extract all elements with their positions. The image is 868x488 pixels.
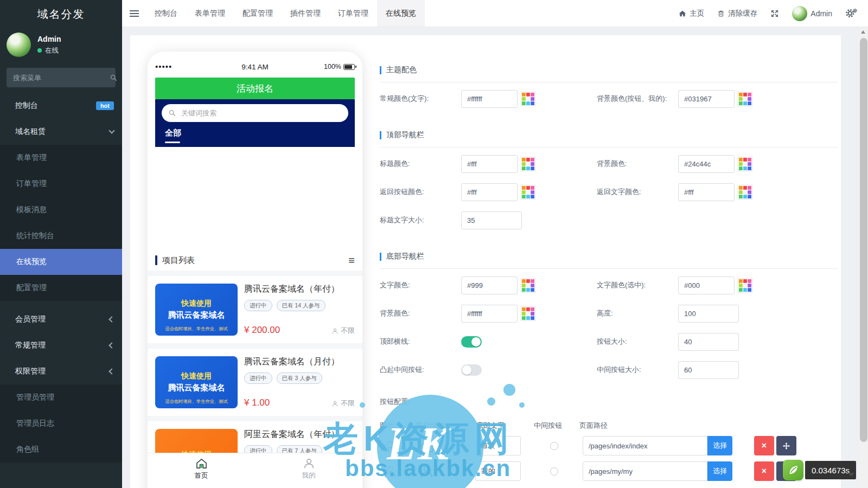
title-color-input[interactable] — [461, 155, 518, 173]
normal-text-color-input[interactable] — [461, 90, 518, 108]
sidebar-item-template-msg[interactable]: 模板消息 — [0, 197, 122, 223]
person-icon — [303, 457, 315, 470]
user-menu[interactable]: Admin — [792, 6, 832, 21]
col-header: 图片 — [380, 421, 416, 431]
button-size-input[interactable] — [678, 333, 739, 351]
item-thumbnail: 快速使用 腾讯云备案域名 适合临时项目、学生作业、测试 — [155, 284, 238, 336]
back-text-color-input[interactable] — [678, 183, 735, 201]
sidebar-item-general-mgmt[interactable]: 常规管理 — [0, 332, 122, 358]
tab-underline — [165, 142, 180, 143]
select-button[interactable]: 选择 — [707, 436, 732, 455]
field-label: 文字颜色: — [380, 280, 461, 291]
tab-text-input[interactable] — [475, 461, 521, 481]
thinkphp-leaf-icon[interactable] — [783, 460, 803, 480]
phone-search-input[interactable] — [180, 108, 342, 118]
tab-text-input[interactable] — [475, 436, 521, 455]
background-color-input[interactable] — [678, 90, 735, 108]
phone-tab-mine[interactable]: 我的 — [255, 453, 362, 488]
sidebar-item-admin-mgmt[interactable]: 管理员管理 — [0, 384, 122, 410]
item-title: 阿里云备案域名（年付） — [244, 429, 355, 440]
title-font-size-input[interactable] — [461, 211, 522, 229]
person-icon — [331, 400, 339, 407]
color-picker-icon[interactable] — [738, 157, 752, 171]
sidebar-submenu-permission: 管理员管理 管理员日志 角色组 — [0, 384, 122, 463]
list-item[interactable]: 快速使用 腾讯云备案域名 适合临时项目、学生作业、测试 腾讯云备案域名（月付） … — [148, 349, 362, 416]
phone-tab-home[interactable]: 首页 — [148, 453, 255, 488]
tab-console[interactable]: 控制台 — [146, 0, 186, 27]
raised-center-button-toggle[interactable] — [461, 364, 482, 376]
color-picker-icon[interactable] — [738, 92, 752, 106]
phone-header-title: 活动报名 — [155, 78, 355, 99]
sidebar-item-config-mgmt[interactable]: 配置管理 — [0, 275, 122, 301]
bottom-text-color-input[interactable] — [461, 277, 518, 294]
tab-image-icon[interactable] — [383, 464, 419, 479]
user-avatar[interactable] — [7, 33, 31, 57]
sidebar-search-input[interactable] — [12, 73, 110, 82]
color-picker-icon[interactable] — [521, 157, 535, 171]
color-picker-icon[interactable] — [738, 278, 752, 293]
home-link[interactable]: 主页 — [679, 9, 704, 18]
hamburger-menu-icon[interactable] — [122, 0, 146, 27]
sidebar-item-form-mgmt[interactable]: 表单管理 — [0, 145, 122, 171]
page-path-input[interactable] — [583, 461, 707, 481]
color-picker-icon[interactable] — [738, 185, 752, 200]
color-picker-icon[interactable] — [521, 92, 535, 106]
tab-image-icon[interactable] — [383, 439, 419, 453]
sidebar-item-stats-console[interactable]: 统计控制台 — [0, 223, 122, 249]
tab-form-mgmt[interactable]: 表单管理 — [186, 0, 234, 27]
clear-cache-link[interactable]: 清除缓存 — [717, 9, 757, 18]
topbar-bg-color-input[interactable] — [678, 155, 735, 173]
search-icon[interactable] — [110, 74, 118, 82]
section-bottombar: 底部导航栏 — [380, 252, 838, 261]
caret-down-icon[interactable] — [848, 473, 854, 477]
sidebar-item-console[interactable]: 控制台 hot — [0, 93, 122, 119]
phone-status-bar: ••••• 9:41 AM 100% — [155, 60, 355, 73]
tab-config-mgmt[interactable]: 配置管理 — [234, 0, 282, 27]
select-button[interactable]: 选择 — [707, 461, 732, 481]
sidebar-item-online-preview[interactable]: 在线预览 — [0, 249, 122, 275]
sidebar-item-order-mgmt[interactable]: 订单管理 — [0, 171, 122, 197]
sidebar-item-domain-lease[interactable]: 域名租赁 — [0, 119, 122, 145]
height-input[interactable] — [678, 305, 739, 323]
move-row-button[interactable] — [776, 436, 796, 455]
sidebar-item-admin-log[interactable]: 管理员日志 — [0, 410, 122, 436]
chevron-left-icon — [108, 368, 114, 374]
page-path-input[interactable] — [583, 436, 707, 455]
back-button-color-input[interactable] — [461, 183, 518, 201]
color-picker-icon[interactable] — [521, 278, 535, 293]
settings-button[interactable] — [845, 8, 857, 18]
top-line-toggle[interactable] — [461, 336, 482, 348]
color-picker-icon[interactable] — [521, 185, 535, 200]
list-menu-icon[interactable]: ≡ — [348, 255, 355, 266]
center-button-radio[interactable] — [550, 442, 558, 450]
color-picker-icon[interactable] — [521, 306, 535, 321]
phone-preview: ••••• 9:41 AM 100% 活动报名 全部 项目列表 ≡ 快速使用 — [148, 52, 362, 488]
bottom-selected-text-color-input[interactable] — [678, 277, 735, 294]
fullscreen-button[interactable] — [770, 9, 779, 18]
field-label: 常规颜色(文字): — [380, 93, 461, 105]
field-label: 顶部横线: — [380, 336, 461, 348]
sidebar-item-member-mgmt[interactable]: 会员管理 — [0, 306, 122, 332]
bottom-bg-color-input[interactable] — [461, 305, 518, 323]
sidebar-item-role-group[interactable]: 角色组 — [0, 436, 122, 463]
field-label: 文字颜色(选中): — [597, 280, 678, 291]
sidebar-item-permission-mgmt[interactable]: 权限管理 — [0, 358, 122, 384]
delete-row-button[interactable]: × — [754, 461, 774, 481]
tab-image-selected-icon[interactable] — [419, 438, 475, 454]
gear-icon — [845, 8, 857, 18]
tab-plugin-mgmt[interactable]: 插件管理 — [282, 0, 329, 27]
phone-tab-all[interactable]: 全部 — [165, 128, 348, 138]
field-label: 返回按钮颜色: — [380, 187, 461, 198]
item-title: 腾讯云备案域名（年付） — [244, 284, 355, 295]
center-button-radio[interactable] — [550, 467, 558, 476]
delete-row-button[interactable]: × — [754, 436, 774, 455]
list-item[interactable]: 快速使用 腾讯云备案域名 适合临时项目、学生作业、测试 腾讯云备案域名（年付） … — [148, 276, 362, 343]
tab-order-mgmt[interactable]: 订单管理 — [329, 0, 377, 27]
scrollbar-thumb[interactable] — [860, 38, 867, 442]
scroll-up-arrow[interactable] — [861, 30, 865, 34]
tab-online-preview[interactable]: 在线预览 — [377, 0, 425, 27]
tab-image-selected-icon[interactable] — [419, 464, 475, 479]
field-label: 标题颜色: — [380, 158, 461, 170]
center-button-size-input[interactable] — [678, 361, 739, 379]
item-price: ¥ 1.00 — [244, 397, 270, 408]
